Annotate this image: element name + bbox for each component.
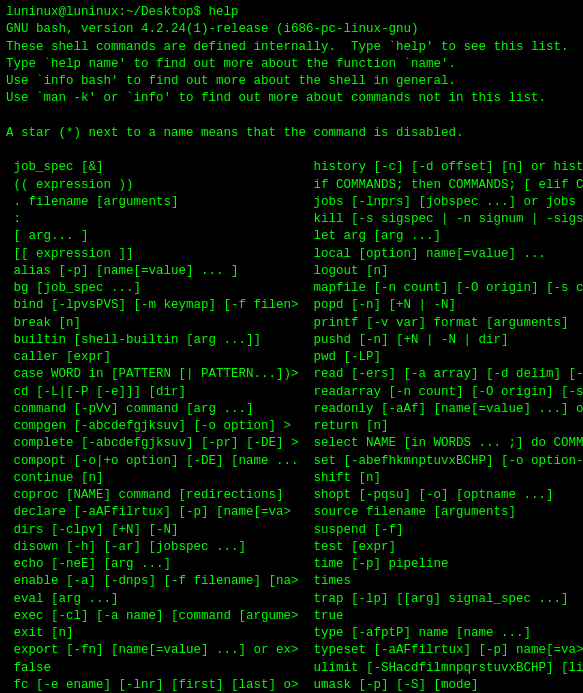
output-line: [[ expression ]] local [option] name[=va… bbox=[6, 247, 546, 261]
output-line: enable [-a] [-dnps] [-f filename] [na> t… bbox=[6, 574, 351, 588]
output-line: caller [expr] pwd [-LP] bbox=[6, 350, 381, 364]
terminal[interactable]: luninux@luninux:~/Desktop$ help GNU bash… bbox=[0, 0, 583, 693]
output-line: [ arg... ] let arg [arg ...] bbox=[6, 229, 441, 243]
output-line: eval [arg ...] trap [-lp] [[arg] signal_… bbox=[6, 592, 569, 606]
prompt-line: luninux@luninux:~/Desktop$ help bbox=[6, 5, 239, 19]
output-line: declare [-aAFfilrtux] [-p] [name[=va> so… bbox=[6, 505, 516, 519]
output-line: alias [-p] [name[=value] ... ] logout [n… bbox=[6, 264, 389, 278]
output-line: continue [n] shift [n] bbox=[6, 471, 381, 485]
output-line: cd [-L|[-P [-e]]] [dir] readarray [-n co… bbox=[6, 385, 583, 399]
output-line: compgen [-abcdefgjksuv] [-o option] > re… bbox=[6, 419, 389, 433]
output-line: These shell commands are defined interna… bbox=[6, 40, 569, 54]
output-line: complete [-abcdefgjksuv] [-pr] [-DE] > s… bbox=[6, 436, 583, 450]
output-line: bg [job_spec ...] mapfile [-n count] [-O… bbox=[6, 281, 583, 295]
output-line: Use `man -k' or `info' to find out more … bbox=[6, 91, 546, 105]
output-line: export [-fn] [name[=value] ...] or ex> t… bbox=[6, 643, 583, 657]
output-line: exec [-cl] [-a name] [command [argume> t… bbox=[6, 609, 344, 623]
output-line: A star (*) next to a name means that the… bbox=[6, 126, 464, 140]
output-line: fc [-e ename] [-lnr] [first] [last] o> u… bbox=[6, 678, 479, 692]
output-line: compopt [-o|+o option] [-DE] [name ... s… bbox=[6, 454, 583, 468]
output-line: false ulimit [-SHacdfilmnpqrstuvxBCHP] [… bbox=[6, 661, 583, 675]
output-line: command [-pVv] command [arg ...] readonl… bbox=[6, 402, 583, 416]
output-line: bind [-lpvsPVS] [-m keymap] [-f filen> p… bbox=[6, 298, 456, 312]
output-line: (( expression )) if COMMANDS; then COMMA… bbox=[6, 178, 583, 192]
output-line: builtin [shell-builtin [arg ...]] pushd … bbox=[6, 333, 509, 347]
output-line: dirs [-clpv] [+N] [-N] suspend [-f] bbox=[6, 523, 404, 537]
output-line: job_spec [&] history [-c] [-d offset] [n… bbox=[6, 160, 583, 174]
output-line: coproc [NAME] command [redirections] sho… bbox=[6, 488, 554, 502]
output-line: GNU bash, version 4.2.24(1)-release (i68… bbox=[6, 22, 419, 36]
output-line: exit [n] type [-afptP] name [name ...] bbox=[6, 626, 531, 640]
output-line: break [n] printf [-v var] format [argume… bbox=[6, 316, 569, 330]
output-line: echo [-neE] [arg ...] time [-p] pipeline bbox=[6, 557, 449, 571]
output-line: case WORD in [PATTERN [| PATTERN...])> r… bbox=[6, 367, 583, 381]
output-line: Use `info bash' to find out more about t… bbox=[6, 74, 456, 88]
output-line: disown [-h] [-ar] [jobspec ...] test [ex… bbox=[6, 540, 396, 554]
output-line: Type `help name' to find out more about … bbox=[6, 57, 456, 71]
output-line: . filename [arguments] jobs [-lnprs] [jo… bbox=[6, 195, 583, 209]
output-line: : kill [-s sigspec | -n signum | -sigs> bbox=[6, 212, 583, 226]
